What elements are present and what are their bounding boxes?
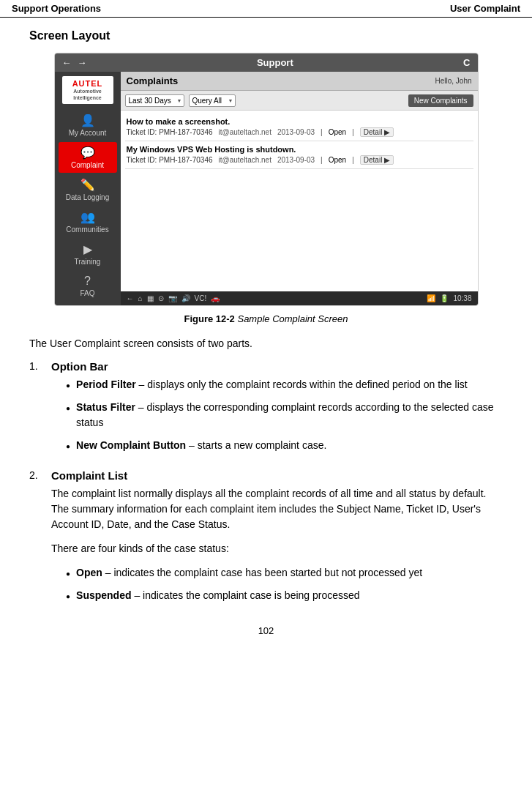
device-title: Support (87, 57, 464, 68)
numbered-item-2: 2. Complaint List The complaint list nor… (29, 469, 503, 611)
complaints-user: Hello, John (435, 77, 471, 85)
sidebar-label-datalogging: Data Logging (66, 193, 110, 201)
communities-icon: 👥 (60, 210, 116, 224)
faq-icon: ? (60, 275, 116, 288)
bullet-period-filter: Period Filter – displays only the compla… (66, 377, 503, 392)
status-2: Open (329, 156, 346, 164)
refresh-icon[interactable]: C (463, 57, 470, 68)
apps-icon[interactable]: ▦ (147, 294, 154, 302)
device-main-panel: Complaints Hello, John Last 30 Days Quer… (121, 72, 478, 305)
section-option-bar: 1. Option Bar Period Filter – displays o… (29, 360, 503, 461)
bullet-open: Open – indicates the complaint case has … (66, 565, 503, 581)
section-content-2: Complaint List The complaint list normal… (51, 469, 503, 611)
sidebar-label-communities: Communities (66, 225, 108, 234)
forward-icon[interactable]: → (78, 57, 87, 68)
circle-icon[interactable]: ⊙ (158, 294, 164, 302)
logo-sub: Automotive Intelligence (65, 89, 110, 101)
device-topbar: ← → Support C (55, 53, 478, 72)
intro-text: The User Complaint screen consists of tw… (29, 336, 503, 351)
section-complaint-list: 2. Complaint List The complaint list nor… (29, 469, 503, 611)
period-filter-select[interactable]: Last 30 Days (125, 94, 184, 107)
complaint-list: How to make a screenshot. Ticket ID: PMH… (121, 111, 478, 291)
section-num-2: 2. (29, 469, 44, 611)
page-number: 102 (29, 625, 503, 636)
time-display: 10:38 (453, 294, 471, 302)
suspended-term: Suspended (76, 589, 131, 601)
separator-1: | (321, 128, 323, 136)
numbered-item-1: 1. Option Bar Period Filter – displays o… (29, 360, 503, 461)
bottom-nav-icons: ← ⌂ ▦ ⊙ 📷 🔊 VC! 🚗 (127, 294, 220, 302)
ticket-id-1: Ticket ID: PMH-187-70346 (127, 128, 213, 136)
complaint-meta-2: Ticket ID: PMH-187-70346 it@auteltach.ne… (127, 155, 472, 165)
device-sidebar: AUTEL Automotive Intelligence 👤 My Accou… (55, 72, 121, 305)
home-icon[interactable]: ⌂ (138, 294, 143, 302)
nav-back: ← → (62, 57, 87, 68)
section-heading-1: Option Bar (51, 360, 503, 373)
status-icons: 📶 🔋 10:38 (427, 294, 471, 302)
sidebar-label-training: Training (75, 258, 101, 266)
training-icon: ▶ (60, 242, 116, 256)
datalogging-icon: ✏️ (60, 178, 116, 192)
open-term: Open (76, 567, 102, 578)
case-status-intro: There are four kinds of the case status: (51, 541, 503, 556)
sidebar-item-complaint[interactable]: 💬 Complaint (59, 142, 117, 173)
section-heading-2: Complaint List (51, 469, 503, 482)
header-right: User Complaint (450, 3, 520, 14)
volume-icon[interactable]: 🔊 (181, 294, 190, 302)
sidebar-item-communities[interactable]: 👥 Communities (59, 206, 117, 237)
back-nav-icon[interactable]: ← (127, 294, 134, 302)
device-bottombar: ← ⌂ ▦ ⊙ 📷 🔊 VC! 🚗 📶 🔋 10:38 (121, 291, 478, 305)
email-2: it@auteltach.net (219, 156, 271, 164)
complaint-subject-1: How to make a screenshot. (127, 117, 472, 126)
period-filter-term: Period Filter (76, 379, 136, 390)
page-header: Support Operations User Complaint (0, 0, 532, 18)
status-filter-select[interactable]: Query All (189, 94, 236, 107)
signal-icon: 📶 (427, 294, 435, 302)
device-screenshot: ← → Support C AUTEL Automotive Intellige… (54, 53, 479, 306)
separator-2: | (352, 128, 354, 136)
sidebar-item-faq[interactable]: ? FAQ (59, 271, 117, 301)
complaint-item-1: How to make a screenshot. Ticket ID: PMH… (125, 113, 473, 141)
complaint-item-2: My Windows VPS Web Hosting is shutdown. … (125, 141, 473, 169)
battery-icon: 🔋 (440, 294, 449, 302)
back-icon[interactable]: ← (62, 57, 72, 68)
complaint-subject-2: My Windows VPS Web Hosting is shutdown. (127, 145, 472, 154)
section-num-1: 1. (29, 360, 44, 461)
sidebar-item-training[interactable]: ▶ Training (59, 239, 117, 269)
complaints-title: Complaints (127, 75, 179, 86)
myaccount-icon: 👤 (60, 113, 116, 127)
option-bar: Last 30 Days Query All New Complaints (121, 91, 478, 111)
logo-brand: AUTEL (65, 79, 110, 89)
date-1: 2013-09-03 (277, 128, 315, 136)
sidebar-item-myaccount[interactable]: 👤 My Account (59, 110, 117, 141)
main-content: Screen Layout ← → Support C AUTEL Automo… (0, 18, 532, 654)
section-content-1: Option Bar Period Filter – displays only… (51, 360, 503, 461)
figure-number: Figure 12-2 (184, 313, 234, 324)
new-complaint-button[interactable]: New Complaints (408, 94, 473, 107)
sidebar-item-datalogging[interactable]: ✏️ Data Logging (59, 174, 117, 205)
sidebar-label-faq: FAQ (80, 289, 94, 297)
header-left: Support Operations (12, 3, 101, 14)
sidebar-label-complaint: Complaint (71, 161, 104, 169)
car-icon[interactable]: 🚗 (211, 294, 220, 302)
separator-3: | (321, 156, 323, 164)
bullet-new-complaint: New Complaint Button – starts a new comp… (66, 438, 503, 453)
option-bar-bullets: Period Filter – displays only the compla… (66, 377, 503, 453)
vc-icon[interactable]: VC! (195, 294, 207, 302)
status-1: Open (329, 128, 346, 136)
detail-button-1[interactable]: Detail ▶ (360, 127, 394, 137)
camera-icon[interactable]: 📷 (168, 294, 177, 302)
complaints-header: Complaints Hello, John (121, 72, 478, 91)
ticket-id-2: Ticket ID: PMH-187-70346 (127, 156, 213, 164)
detail-button-2[interactable]: Detail ▶ (360, 155, 394, 165)
status-filter-wrapper: Query All (189, 94, 236, 107)
period-filter-wrapper: Last 30 Days (125, 94, 184, 107)
case-status-bullets: Open – indicates the complaint case has … (66, 565, 503, 603)
bullet-suspended: Suspended – indicates the complaint case… (66, 588, 503, 603)
new-complaint-term: New Complaint Button (76, 439, 186, 451)
date-2: 2013-09-03 (277, 156, 315, 164)
complaint-icon: 💬 (60, 146, 116, 160)
figure-caption: Figure 12-2 Sample Complaint Screen (29, 313, 503, 324)
figure-title: Sample Complaint Screen (237, 313, 348, 324)
sidebar-logo: AUTEL Automotive Intelligence (62, 76, 113, 104)
